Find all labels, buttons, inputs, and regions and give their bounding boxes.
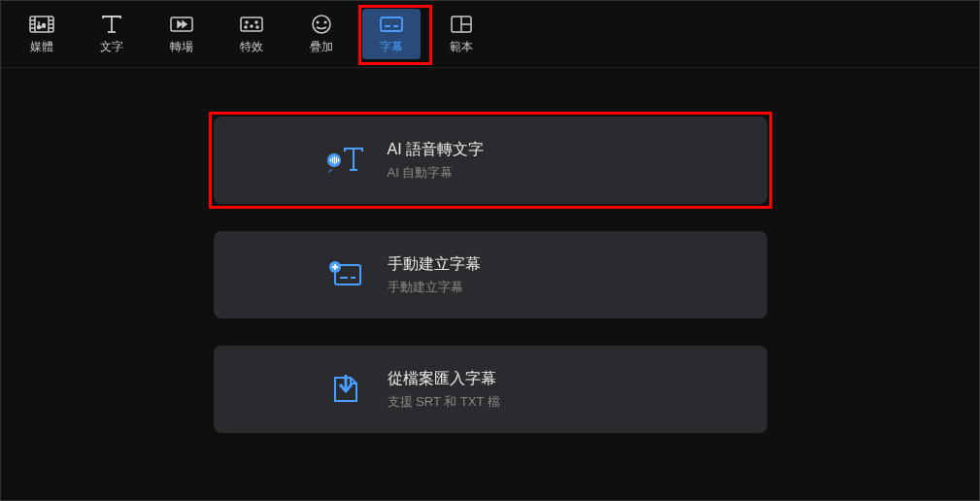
tab-label: 文字 (100, 39, 123, 55)
tab-overlay[interactable]: 疊加 (292, 9, 351, 59)
option-title: 從檔案匯入字幕 (388, 369, 500, 389)
effect-icon (239, 14, 264, 35)
option-title: 手動建立字幕 (388, 254, 481, 275)
import-file-icon (325, 372, 364, 407)
svg-rect-34 (338, 159, 339, 162)
transition-icon (169, 14, 194, 35)
svg-point-18 (245, 26, 247, 28)
tab-template[interactable]: 範本 (432, 9, 490, 59)
svg-rect-32 (334, 156, 335, 164)
tab-effect[interactable]: 特效 (222, 9, 281, 59)
option-import-subtitle[interactable]: 從檔案匯入字幕 支援 SRT 和 TXT 檔 (214, 346, 767, 433)
option-subtitle: AI 自動字幕 (388, 164, 485, 182)
svg-point-10 (43, 23, 46, 26)
top-tabs: 媒體 文字 轉場 (1, 1, 979, 68)
svg-point-17 (251, 25, 253, 27)
tab-label: 疊加 (310, 39, 333, 55)
svg-point-21 (317, 20, 320, 23)
svg-rect-33 (336, 157, 337, 163)
svg-rect-31 (332, 157, 333, 163)
tab-transition[interactable]: 轉場 (152, 9, 211, 59)
svg-point-22 (324, 20, 327, 23)
option-subtitle: 手動建立字幕 (388, 279, 481, 296)
svg-point-20 (313, 16, 330, 33)
option-title: AI 語音轉文字 (388, 140, 485, 160)
svg-point-16 (255, 21, 257, 23)
tab-label: 媒體 (30, 39, 53, 55)
svg-rect-14 (241, 17, 262, 31)
tab-label: 轉場 (170, 39, 193, 55)
option-text: 從檔案匯入字幕 支援 SRT 和 TXT 檔 (388, 369, 500, 411)
option-subtitle: 支援 SRT 和 TXT 檔 (388, 393, 500, 411)
subtitle-icon (379, 14, 404, 35)
content-area: AI 語音轉文字 AI 自動字幕 手動建立字幕 手動建立字幕 (1, 68, 979, 433)
overlay-icon (309, 14, 334, 35)
svg-point-15 (246, 21, 248, 23)
option-text: AI 語音轉文字 AI 自動字幕 (388, 140, 485, 182)
svg-point-9 (38, 25, 41, 28)
tab-media[interactable]: 媒體 (13, 9, 71, 59)
speech-to-text-icon (325, 143, 364, 178)
tab-subtitle[interactable]: 字幕 (362, 9, 421, 59)
option-text: 手動建立字幕 手動建立字幕 (388, 254, 481, 296)
svg-point-19 (256, 26, 258, 28)
svg-rect-23 (381, 17, 402, 31)
highlight-marker (209, 112, 772, 209)
option-manual-subtitle[interactable]: 手動建立字幕 手動建立字幕 (214, 231, 767, 318)
option-ai-speech-to-text[interactable]: AI 語音轉文字 AI 自動字幕 (214, 117, 767, 204)
svg-rect-30 (330, 159, 331, 162)
template-icon (449, 14, 474, 35)
tab-label: 字幕 (380, 39, 403, 55)
tab-text[interactable]: 文字 (83, 9, 141, 59)
manual-subtitle-icon (325, 257, 364, 292)
media-icon (29, 14, 54, 35)
text-icon (99, 14, 124, 35)
tab-label: 範本 (450, 39, 473, 55)
tab-label: 特效 (240, 39, 263, 55)
